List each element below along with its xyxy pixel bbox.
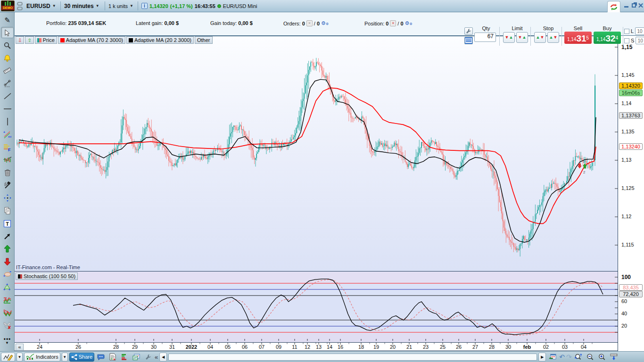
undo-button[interactable]: ↶: [559, 353, 565, 361]
new-chart-window-button[interactable]: [131, 353, 141, 362]
elliott-wave-tool[interactable]: [1, 307, 14, 318]
info-icon[interactable]: i: [141, 3, 148, 9]
svg-text:+: +: [6, 283, 8, 286]
chart-area[interactable]: 2426282930312022040506070911121314161819…: [15, 36, 618, 351]
scroll-left-button[interactable]: ◀: [159, 353, 167, 362]
chat-button[interactable]: [96, 353, 106, 362]
long-pips-input[interactable]: 10: [635, 27, 644, 35]
sell-button[interactable]: 1,14315: [564, 32, 592, 44]
long-checkbox[interactable]: [624, 29, 629, 34]
svg-text:13: 13: [316, 344, 322, 350]
stoch-tick-label: 100: [621, 274, 631, 280]
segment-tool[interactable]: [1, 78, 14, 89]
zoom-in-button[interactable]: [597, 353, 607, 362]
timeframe-selector[interactable]: 30 minutes ▼: [64, 0, 99, 12]
stochastic-chip[interactable]: Stochastic (100 50 50): [16, 272, 78, 280]
ruler-tool[interactable]: [1, 65, 14, 76]
move-tool[interactable]: [1, 192, 14, 204]
other-chip[interactable]: Other: [195, 36, 213, 44]
market-depth-button[interactable]: [119, 353, 130, 362]
fibonacci-levels-tool[interactable]: F: [1, 141, 14, 153]
indicators-dropdown[interactable]: ▼: [62, 353, 68, 362]
orders-settings-icon[interactable]: ⚙⚙: [321, 20, 329, 26]
order-settings-button[interactable]: [464, 27, 473, 35]
instrument-selector[interactable]: EURUSD ▼: [26, 0, 56, 12]
latent-gain-value: 0,00 $: [165, 20, 179, 26]
draw-tool-button[interactable]: [1, 353, 15, 362]
svg-text:04: 04: [207, 344, 213, 350]
zoom-out-button[interactable]: [585, 353, 595, 362]
arrow-tool[interactable]: [1, 230, 14, 242]
limit-order-button[interactable]: ▼▲: [503, 32, 515, 43]
cursor-tool[interactable]: [1, 27, 14, 38]
svg-text:09: 09: [276, 344, 281, 350]
down-arrow-tool[interactable]: [1, 256, 14, 267]
ma20-chip[interactable]: Adaptive MA (20 2 3000): [126, 36, 194, 44]
scroll-history-button[interactable]: «: [16, 344, 24, 351]
stop-order-edit-button[interactable]: ▲▼: [547, 32, 559, 43]
stoch-tick-label: 40: [621, 311, 627, 316]
scroll-right-button[interactable]: ▶: [538, 353, 546, 362]
more-tools-button[interactable]: •••▼: [1, 336, 14, 347]
add-up-indicator-button[interactable]: ⇧: [25, 36, 33, 44]
svg-text:12: 12: [305, 344, 310, 350]
zoom-tool[interactable]: [1, 40, 14, 51]
cursor-icon: [4, 29, 10, 36]
orders-count-2: 0: [317, 21, 320, 26]
text-tool[interactable]: T: [1, 218, 14, 229]
goto-date-button[interactable]: [547, 353, 558, 362]
indicators-button[interactable]: Indicators: [24, 353, 60, 362]
keyboard-trading-button[interactable]: [464, 37, 473, 44]
copy-tool[interactable]: [1, 205, 14, 216]
stop-order-button[interactable]: ▲▼: [534, 32, 546, 43]
minimize-button[interactable]: [622, 2, 630, 9]
buy-button[interactable]: 1,14324: [594, 32, 621, 44]
draw-pencil-tool[interactable]: ✎: [1, 14, 14, 25]
price-tick-label: 1,145: [621, 72, 635, 78]
news-button[interactable]: [107, 353, 118, 362]
fibonacci-tool[interactable]: +++: [1, 129, 14, 140]
zigzag-tool[interactable]: [1, 294, 14, 305]
vertical-line-tool[interactable]: [1, 116, 14, 127]
triangle-icon: +++: [3, 283, 11, 291]
collapse-left-icon[interactable]: «: [155, 354, 158, 361]
triangle-tool[interactable]: +++: [1, 281, 14, 293]
columns-button[interactable]: [609, 353, 619, 362]
close-position-button[interactable]: ×: [390, 20, 396, 26]
sync-button[interactable]: [607, 1, 620, 12]
alert-tool[interactable]: [1, 52, 14, 64]
ellipse-tool[interactable]: ++: [1, 269, 14, 280]
price-chart-svg[interactable]: 2426282930312022040506070911121314161819…: [15, 36, 618, 351]
close-button[interactable]: ✕: [637, 2, 644, 9]
cancel-orders-button[interactable]: ×: [306, 20, 313, 26]
up-arrow-tool[interactable]: [1, 243, 14, 255]
ma70-chip[interactable]: Adaptive MA (70 2 3000): [58, 36, 125, 44]
position-settings-icon[interactable]: ⚙⚙: [405, 20, 413, 26]
restore-button[interactable]: [630, 2, 637, 9]
share-button[interactable]: Share: [69, 353, 94, 362]
platform-settings-button[interactable]: [143, 353, 153, 362]
trend-line-tool[interactable]: [1, 90, 14, 102]
sell-label: Sell: [564, 25, 592, 31]
short-pips-input[interactable]: 10: [636, 37, 644, 44]
redo-button[interactable]: ↷: [566, 353, 572, 361]
draw-tool-dropdown[interactable]: ▼: [17, 353, 23, 362]
qty-input[interactable]: 67: [474, 33, 496, 42]
price-axis[interactable]: 1,151,1451,141,1351,131,1251,121,1151006…: [618, 36, 644, 351]
limit-order-edit-button[interactable]: ▼▲: [516, 32, 528, 43]
price-chip[interactable]: Price: [35, 36, 57, 44]
cycle-lines-tool[interactable]: [1, 154, 14, 165]
portfolio-label: Portfolio:: [46, 20, 66, 26]
link-workspace-buttons[interactable]: [17, 0, 23, 12]
horizontal-line-tool[interactable]: [1, 103, 14, 115]
gauge-tool-disabled[interactable]: ✘: [1, 320, 14, 331]
svg-text:02: 02: [543, 344, 549, 350]
units-selector[interactable]: 1 k units ▼: [108, 0, 133, 12]
delete-tool[interactable]: [1, 167, 14, 178]
objects-settings-tool[interactable]: [1, 180, 14, 191]
short-checkbox[interactable]: [624, 38, 629, 43]
chart-hscrollbar[interactable]: [168, 354, 537, 361]
zoom-fit-button[interactable]: [573, 353, 584, 362]
add-down-indicator-button[interactable]: ⇩: [16, 36, 24, 44]
long-stop-row: L 10 pips: [624, 27, 644, 35]
